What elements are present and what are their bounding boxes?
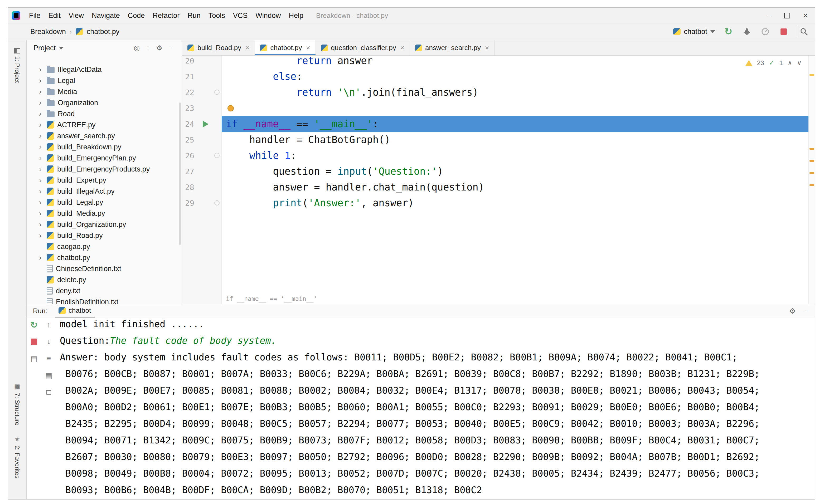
next-issue-button[interactable]: ∨ <box>797 59 802 67</box>
warning-stripe-mark[interactable] <box>810 184 814 186</box>
minimize-button[interactable]: – <box>759 8 778 23</box>
rerun-button[interactable]: ↻ <box>29 320 39 330</box>
python-file-icon <box>47 165 54 173</box>
code-line[interactable]: 21 else: <box>182 69 808 85</box>
code-line[interactable]: 26 while 1: <box>182 148 808 164</box>
tree-item[interactable]: ChineseDefinition.txt <box>27 263 182 274</box>
tree-item[interactable]: ›build_Legal.py <box>27 197 182 208</box>
code-line[interactable]: 27 question = input('Question:') <box>182 164 808 179</box>
project-stripe-button[interactable]: 1: Project <box>8 48 26 83</box>
code-line[interactable]: 29 print('Answer:', answer) <box>182 195 808 211</box>
tree-item[interactable]: delete.py <box>27 274 182 285</box>
menu-item-navigate[interactable]: Navigate <box>88 8 124 23</box>
project-scrollbar[interactable] <box>179 103 181 245</box>
code-line[interactable]: 20 return answer <box>182 55 808 69</box>
code-line[interactable]: 28 answer = handler.chat_main(question) <box>182 179 808 195</box>
tree-item[interactable]: ›IllegalActData <box>27 64 182 75</box>
menu-item-run[interactable]: Run <box>184 8 205 23</box>
run-settings-button[interactable]: ⚙ <box>789 307 796 316</box>
stop-button[interactable] <box>29 337 39 347</box>
chevron-down-icon <box>59 47 64 49</box>
code-line[interactable]: 25 handler = ChatBotGraph() <box>182 132 808 148</box>
warning-stripe-mark[interactable] <box>810 74 814 76</box>
locate-file-button[interactable]: ◎ <box>134 44 140 52</box>
favorites-stripe-button[interactable]: ★ 2: Favorites <box>8 435 26 479</box>
search-everywhere-button[interactable] <box>797 26 811 37</box>
tree-item[interactable]: ›Legal <box>27 75 182 86</box>
code-line[interactable]: 23 <box>182 100 808 116</box>
warning-stripe-mark[interactable] <box>810 160 814 162</box>
project-title[interactable]: Project <box>33 44 56 52</box>
breadcrumb-project[interactable]: Breakdown <box>30 28 66 36</box>
run-console[interactable]: model init finished ......Question:The f… <box>60 316 812 499</box>
menu-item-help[interactable]: Help <box>285 8 307 23</box>
soft-wrap-button[interactable]: ≡ <box>44 354 54 363</box>
tree-item[interactable]: ›Organization <box>27 97 182 108</box>
tree-item-label: deny.txt <box>56 287 80 295</box>
scroll-up-button[interactable]: ↑ <box>44 320 54 330</box>
error-stripe[interactable] <box>808 55 815 304</box>
editor[interactable]: 23 ✓ 1 ∧ ∨ 20 return answer21 else:22 re… <box>182 55 815 304</box>
breadcrumb-file[interactable]: chatbot.py <box>87 28 120 36</box>
tree-item[interactable]: deny.txt <box>27 285 182 296</box>
editor-tab[interactable]: build_Road.py× <box>182 40 255 55</box>
tree-item[interactable]: ›chatbot.py <box>27 252 182 263</box>
tree-item[interactable]: ›ACTREE.py <box>27 119 182 130</box>
restore-layout-button[interactable]: ▤ <box>29 354 39 363</box>
close-tab-icon[interactable]: × <box>485 44 489 52</box>
warning-stripe-mark[interactable] <box>810 148 814 150</box>
menu-item-code[interactable]: Code <box>124 8 149 23</box>
rerun-button[interactable]: ↻ <box>723 26 734 37</box>
menu-item-file[interactable]: File <box>25 8 44 23</box>
code-line[interactable]: 22 return '\n'.join(final_answers) <box>182 85 808 100</box>
debug-button[interactable] <box>741 26 752 37</box>
clear-console-button[interactable] <box>44 388 54 397</box>
tree-item[interactable]: ›build_EmergencyProducts.py <box>27 164 182 175</box>
collapse-all-button[interactable]: ÷ <box>146 44 150 52</box>
prev-issue-button[interactable]: ∧ <box>788 59 792 67</box>
tree-item[interactable]: ›Road <box>27 108 182 119</box>
structure-stripe-button[interactable]: ▦ 7: Structure <box>8 383 26 425</box>
run-line-icon[interactable] <box>203 121 208 128</box>
tree-item[interactable]: caogao.py <box>27 241 182 252</box>
bookmark-icon[interactable] <box>227 105 234 111</box>
close-tab-icon[interactable]: × <box>400 44 404 52</box>
editor-tab[interactable]: question_classifier.py× <box>316 40 410 55</box>
scroll-down-button[interactable]: ↓ <box>44 337 54 347</box>
tree-item[interactable]: ›build_Organization.py <box>27 219 182 230</box>
menu-item-window[interactable]: Window <box>251 8 285 23</box>
tree-item[interactable]: ›build_Expert.py <box>27 175 182 186</box>
editor-breadcrumb[interactable]: if __name__ == '__main__' <box>226 295 317 302</box>
close-tab-icon[interactable]: × <box>245 44 249 52</box>
warning-stripe-mark[interactable] <box>810 172 814 174</box>
run-hide-button[interactable]: − <box>804 307 808 316</box>
tree-item[interactable]: ›build_EmergencyPlan.py <box>27 152 182 164</box>
menu-item-tools[interactable]: Tools <box>205 8 229 23</box>
tree-item[interactable]: ›Media <box>27 86 182 97</box>
stop-button[interactable] <box>779 26 789 37</box>
menu-item-view[interactable]: View <box>65 8 88 23</box>
hide-panel-button[interactable]: − <box>169 44 173 52</box>
tree-item[interactable]: ›build_Road.py <box>27 230 182 241</box>
print-button[interactable]: ▤ <box>44 371 54 380</box>
editor-tab[interactable]: chatbot.py× <box>255 40 316 55</box>
panel-settings-button[interactable]: ⚙ <box>156 44 163 52</box>
menu-item-refactor[interactable]: Refactor <box>149 8 184 23</box>
tree-item[interactable]: ›answer_search.py <box>27 130 182 141</box>
inspections-widget[interactable]: 23 ✓ 1 ∧ ∨ <box>745 59 802 67</box>
code-token: 'Question:' <box>373 166 437 177</box>
tree-item[interactable]: ›build_Media.py <box>27 208 182 219</box>
close-tab-icon[interactable]: × <box>306 44 310 52</box>
code-area[interactable]: 20 return answer21 else:22 return '\n'.j… <box>182 55 808 211</box>
tree-item[interactable]: EnglishDefinition.txt <box>27 296 182 304</box>
profiler-button[interactable] <box>760 26 770 37</box>
tree-item[interactable]: ›build_Breakdown.py <box>27 141 182 152</box>
menu-item-vcs[interactable]: VCS <box>229 8 252 23</box>
close-button[interactable]: × <box>796 8 815 23</box>
editor-tab[interactable]: answer_search.py× <box>410 40 495 55</box>
maximize-button[interactable] <box>778 8 796 23</box>
menu-item-edit[interactable]: Edit <box>44 8 65 23</box>
code-line[interactable]: 24if __name__ == '__main__': <box>182 116 808 132</box>
tree-item[interactable]: ›build_IllegalAct.py <box>27 186 182 197</box>
run-config-selector[interactable]: chatbot <box>673 28 715 36</box>
